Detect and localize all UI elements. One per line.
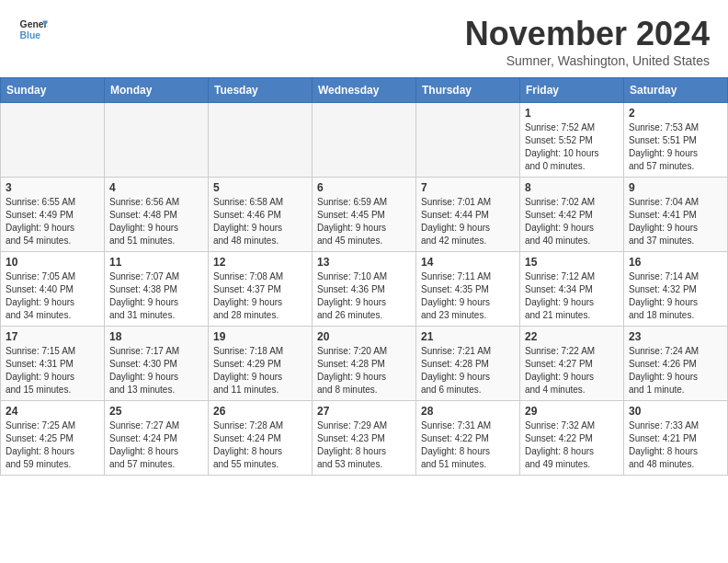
day-info: Sunrise: 7:01 AM Sunset: 4:44 PM Dayligh… xyxy=(421,196,515,247)
calendar-day-cell: 13Sunrise: 7:10 AM Sunset: 4:36 PM Dayli… xyxy=(313,252,416,327)
day-info: Sunrise: 7:24 AM Sunset: 4:26 PM Dayligh… xyxy=(629,345,722,396)
day-info: Sunrise: 7:21 AM Sunset: 4:28 PM Dayligh… xyxy=(421,345,515,396)
calendar-day-cell: 3Sunrise: 6:55 AM Sunset: 4:49 PM Daylig… xyxy=(1,178,105,252)
day-number: 28 xyxy=(421,405,515,418)
calendar-day-cell: 30Sunrise: 7:33 AM Sunset: 4:21 PM Dayli… xyxy=(624,401,728,476)
day-info: Sunrise: 7:27 AM Sunset: 4:24 PM Dayligh… xyxy=(109,419,203,471)
day-number: 19 xyxy=(213,330,307,343)
day-info: Sunrise: 6:56 AM Sunset: 4:48 PM Dayligh… xyxy=(109,196,203,247)
title-area: November 2024 Sumner, Washington, United… xyxy=(465,15,710,68)
day-number: 1 xyxy=(525,107,619,120)
day-number: 23 xyxy=(629,330,722,343)
calendar-day-cell: 21Sunrise: 7:21 AM Sunset: 4:28 PM Dayli… xyxy=(416,327,520,401)
logo-icon: General Blue xyxy=(18,15,48,44)
calendar-header-cell: Sunday xyxy=(1,78,105,103)
calendar-day-cell: 5Sunrise: 6:58 AM Sunset: 4:46 PM Daylig… xyxy=(209,178,313,252)
calendar-table: SundayMondayTuesdayWednesdayThursdayFrid… xyxy=(0,77,728,476)
calendar-week-row: 17Sunrise: 7:15 AM Sunset: 4:31 PM Dayli… xyxy=(1,327,728,401)
calendar-day-cell: 22Sunrise: 7:22 AM Sunset: 4:27 PM Dayli… xyxy=(520,327,624,401)
day-number: 30 xyxy=(629,405,722,418)
calendar-day-cell: 25Sunrise: 7:27 AM Sunset: 4:24 PM Dayli… xyxy=(105,401,209,476)
day-number: 9 xyxy=(629,181,722,194)
day-info: Sunrise: 7:15 AM Sunset: 4:31 PM Dayligh… xyxy=(6,345,99,396)
calendar-day-cell xyxy=(313,103,416,178)
calendar-week-row: 1Sunrise: 7:52 AM Sunset: 5:52 PM Daylig… xyxy=(1,103,728,178)
day-number: 13 xyxy=(317,256,411,269)
calendar-day-cell: 4Sunrise: 6:56 AM Sunset: 4:48 PM Daylig… xyxy=(105,178,209,252)
calendar-header-cell: Monday xyxy=(105,78,209,103)
calendar-body: 1Sunrise: 7:52 AM Sunset: 5:52 PM Daylig… xyxy=(1,103,728,476)
calendar-day-cell: 27Sunrise: 7:29 AM Sunset: 4:23 PM Dayli… xyxy=(313,401,416,476)
calendar-day-cell: 16Sunrise: 7:14 AM Sunset: 4:32 PM Dayli… xyxy=(624,252,728,327)
calendar-header-cell: Saturday xyxy=(624,78,728,103)
calendar-day-cell: 24Sunrise: 7:25 AM Sunset: 4:25 PM Dayli… xyxy=(1,401,105,476)
calendar-day-cell: 10Sunrise: 7:05 AM Sunset: 4:40 PM Dayli… xyxy=(1,252,105,327)
calendar-day-cell: 7Sunrise: 7:01 AM Sunset: 4:44 PM Daylig… xyxy=(416,178,520,252)
day-info: Sunrise: 7:11 AM Sunset: 4:35 PM Dayligh… xyxy=(421,270,515,322)
calendar-day-cell: 6Sunrise: 6:59 AM Sunset: 4:45 PM Daylig… xyxy=(313,178,416,252)
calendar-day-cell: 19Sunrise: 7:18 AM Sunset: 4:29 PM Dayli… xyxy=(209,327,313,401)
day-info: Sunrise: 6:58 AM Sunset: 4:46 PM Dayligh… xyxy=(213,196,307,247)
day-number: 4 xyxy=(109,181,203,194)
calendar-day-cell: 9Sunrise: 7:04 AM Sunset: 4:41 PM Daylig… xyxy=(624,178,728,252)
day-info: Sunrise: 7:07 AM Sunset: 4:38 PM Dayligh… xyxy=(109,270,203,322)
day-number: 21 xyxy=(421,330,515,343)
day-number: 22 xyxy=(525,330,619,343)
day-number: 6 xyxy=(317,181,411,194)
day-number: 10 xyxy=(6,256,99,269)
day-info: Sunrise: 7:17 AM Sunset: 4:30 PM Dayligh… xyxy=(109,345,203,396)
day-info: Sunrise: 7:33 AM Sunset: 4:21 PM Dayligh… xyxy=(629,419,722,471)
day-info: Sunrise: 7:18 AM Sunset: 4:29 PM Dayligh… xyxy=(213,345,307,396)
calendar-week-row: 10Sunrise: 7:05 AM Sunset: 4:40 PM Dayli… xyxy=(1,252,728,327)
day-info: Sunrise: 7:29 AM Sunset: 4:23 PM Dayligh… xyxy=(317,419,411,471)
calendar-day-cell xyxy=(416,103,520,178)
day-info: Sunrise: 7:20 AM Sunset: 4:28 PM Dayligh… xyxy=(317,345,411,396)
calendar-day-cell: 28Sunrise: 7:31 AM Sunset: 4:22 PM Dayli… xyxy=(416,401,520,476)
day-info: Sunrise: 6:59 AM Sunset: 4:45 PM Dayligh… xyxy=(317,196,411,247)
day-info: Sunrise: 7:08 AM Sunset: 4:37 PM Dayligh… xyxy=(213,270,307,322)
day-number: 7 xyxy=(421,181,515,194)
day-number: 16 xyxy=(629,256,722,269)
calendar-header-cell: Tuesday xyxy=(209,78,313,103)
day-info: Sunrise: 7:14 AM Sunset: 4:32 PM Dayligh… xyxy=(629,270,722,322)
calendar-day-cell: 20Sunrise: 7:20 AM Sunset: 4:28 PM Dayli… xyxy=(313,327,416,401)
day-info: Sunrise: 6:55 AM Sunset: 4:49 PM Dayligh… xyxy=(6,196,99,247)
day-number: 5 xyxy=(213,181,307,194)
calendar-day-cell xyxy=(1,103,105,178)
calendar-week-row: 24Sunrise: 7:25 AM Sunset: 4:25 PM Dayli… xyxy=(1,401,728,476)
calendar-day-cell: 26Sunrise: 7:28 AM Sunset: 4:24 PM Dayli… xyxy=(209,401,313,476)
calendar-day-cell: 8Sunrise: 7:02 AM Sunset: 4:42 PM Daylig… xyxy=(520,178,624,252)
calendar-day-cell: 18Sunrise: 7:17 AM Sunset: 4:30 PM Dayli… xyxy=(105,327,209,401)
calendar-header-cell: Wednesday xyxy=(313,78,416,103)
day-number: 27 xyxy=(317,405,411,418)
day-number: 25 xyxy=(109,405,203,418)
day-number: 24 xyxy=(6,405,99,418)
calendar-day-cell: 11Sunrise: 7:07 AM Sunset: 4:38 PM Dayli… xyxy=(105,252,209,327)
day-number: 11 xyxy=(109,256,203,269)
calendar-day-cell: 14Sunrise: 7:11 AM Sunset: 4:35 PM Dayli… xyxy=(416,252,520,327)
day-info: Sunrise: 7:02 AM Sunset: 4:42 PM Dayligh… xyxy=(525,196,619,247)
day-info: Sunrise: 7:32 AM Sunset: 4:22 PM Dayligh… xyxy=(525,419,619,471)
day-number: 29 xyxy=(525,405,619,418)
day-number: 8 xyxy=(525,181,619,194)
logo: General Blue xyxy=(18,15,48,44)
day-number: 2 xyxy=(629,107,722,120)
calendar-day-cell: 12Sunrise: 7:08 AM Sunset: 4:37 PM Dayli… xyxy=(209,252,313,327)
day-info: Sunrise: 7:04 AM Sunset: 4:41 PM Dayligh… xyxy=(629,196,722,247)
day-number: 15 xyxy=(525,256,619,269)
day-number: 12 xyxy=(213,256,307,269)
calendar-header-row: SundayMondayTuesdayWednesdayThursdayFrid… xyxy=(1,78,728,103)
day-number: 20 xyxy=(317,330,411,343)
calendar-day-cell: 29Sunrise: 7:32 AM Sunset: 4:22 PM Dayli… xyxy=(520,401,624,476)
calendar-day-cell: 23Sunrise: 7:24 AM Sunset: 4:26 PM Dayli… xyxy=(624,327,728,401)
day-number: 3 xyxy=(6,181,99,194)
month-title: November 2024 xyxy=(465,15,710,53)
calendar-day-cell: 15Sunrise: 7:12 AM Sunset: 4:34 PM Dayli… xyxy=(520,252,624,327)
day-info: Sunrise: 7:31 AM Sunset: 4:22 PM Dayligh… xyxy=(421,419,515,471)
day-number: 14 xyxy=(421,256,515,269)
day-info: Sunrise: 7:52 AM Sunset: 5:52 PM Dayligh… xyxy=(525,121,619,173)
calendar-header-cell: Friday xyxy=(520,78,624,103)
day-info: Sunrise: 7:25 AM Sunset: 4:25 PM Dayligh… xyxy=(6,419,99,471)
calendar-header-cell: Thursday xyxy=(416,78,520,103)
day-info: Sunrise: 7:22 AM Sunset: 4:27 PM Dayligh… xyxy=(525,345,619,396)
